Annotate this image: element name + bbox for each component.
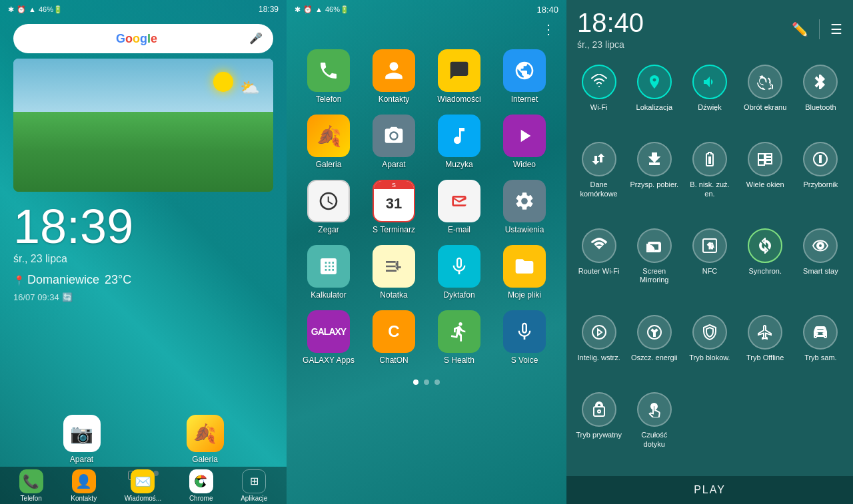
- app-email[interactable]: E-mail: [428, 176, 490, 238]
- lock-app-gallery[interactable]: 🍂 Galeria: [187, 415, 224, 464]
- qs-header: 18:40 śr., 23 lipca ✏️ ☰: [566, 0, 853, 53]
- qs-toolbox-icon: [803, 142, 838, 176]
- qs-smart-stay-label: Smart stay: [803, 267, 838, 276]
- internet-icon: [503, 49, 546, 92]
- app-wiadomosci[interactable]: Wiadomości: [428, 45, 490, 108]
- more-options-button[interactable]: ⋮: [287, 19, 566, 40]
- qs-smart-stay[interactable]: Smart stay: [794, 222, 848, 307]
- qs-list-icon[interactable]: ☰: [830, 21, 842, 37]
- qs-sound[interactable]: Dźwięk: [682, 58, 736, 134]
- apps-grid: Telefon Kontakty Wiadomości Internet 🍂 G…: [287, 40, 566, 374]
- app-ustawienia[interactable]: Ustawienia: [493, 176, 556, 238]
- app-telefon[interactable]: Telefon: [297, 45, 360, 108]
- lock-clock-time: 18:39: [13, 202, 273, 250]
- apps-taskbar-icon: ⊞: [242, 469, 266, 493]
- apps-dot-2[interactable]: [424, 379, 429, 385]
- qs-smart-pause[interactable]: Intelig. wstrz.: [572, 308, 626, 384]
- app-s-voice[interactable]: S Voice: [493, 306, 556, 369]
- qs-sync[interactable]: Synchron.: [738, 222, 792, 307]
- qs-offline-label: Tryb Offline: [746, 354, 784, 362]
- qs-play-bar[interactable]: PLAY: [566, 476, 853, 504]
- qs-toolbox[interactable]: Przybornik: [794, 135, 848, 220]
- lock-clock-date: śr., 23 lipca: [13, 253, 273, 265]
- qs-header-icons: ✏️ ☰: [792, 19, 842, 39]
- app-dyktafon[interactable]: Dyktafon: [428, 241, 490, 304]
- qs-power-save[interactable]: Oszcz. energii: [627, 308, 681, 384]
- qs-multi-window[interactable]: Wiele okien: [738, 135, 792, 220]
- app-wideo[interactable]: Wideo: [493, 111, 556, 173]
- qs-multi-window-label: Wiele okien: [746, 180, 784, 189]
- qs-location[interactable]: Lokalizacja: [627, 58, 681, 134]
- app-muzyka[interactable]: Muzyka: [428, 111, 490, 173]
- taskbar-apps[interactable]: ⊞ Aplikacje: [241, 469, 267, 502]
- qs-smart-pause-icon: [582, 315, 616, 350]
- qs-private[interactable]: Tryb prywatny: [572, 385, 626, 471]
- taskbar-chrome[interactable]: Chrome: [189, 469, 213, 502]
- qs-bluetooth-icon: [803, 65, 838, 99]
- internet-label: Internet: [511, 95, 538, 104]
- taskbar-contacts[interactable]: 👤 Kontakty: [71, 469, 97, 502]
- galaxy-apps-label: GALAXY Apps: [303, 356, 355, 365]
- lock-taskbar: 📞 Telefon 👤 Kontakty ✉️ Wiadomoś...: [0, 467, 287, 504]
- qs-driving-label: Tryb sam.: [804, 354, 837, 362]
- qs-offline[interactable]: Tryb Offline: [738, 308, 792, 384]
- qs-mobile-data[interactable]: Dane komórkowe: [572, 135, 626, 220]
- taskbar-phone[interactable]: 📞 Telefon: [19, 469, 43, 502]
- app-galaxy-apps[interactable]: GALAXY GALAXY Apps: [297, 306, 360, 369]
- app-internet[interactable]: Internet: [493, 45, 556, 108]
- apps-battery: 46%🔋: [325, 5, 349, 14]
- galaxy-apps-icon: GALAXY: [307, 310, 350, 353]
- app-aparat[interactable]: Aparat: [363, 111, 425, 173]
- apps-status-time: 18:40: [536, 5, 558, 15]
- chaton-label: ChatON: [379, 356, 408, 365]
- taskbar-messages[interactable]: ✉️ Wiadomoś...: [125, 469, 162, 502]
- kalkulator-icon: [307, 245, 350, 288]
- qs-screen-mirror[interactable]: Screen Mirroring: [627, 222, 681, 307]
- qs-screen-mirror-label: Screen Mirroring: [630, 267, 678, 284]
- qs-sound-label: Dźwięk: [698, 103, 721, 112]
- qs-nfc[interactable]: NFC: [682, 222, 736, 307]
- google-search-bar[interactable]: Google 🎤: [13, 24, 273, 53]
- camera-label: Aparat: [70, 455, 93, 464]
- signal-icon: ▲: [29, 5, 36, 13]
- qs-block-mode[interactable]: Tryb blokow.: [682, 308, 736, 384]
- app-s-health[interactable]: S Health: [428, 306, 490, 369]
- qs-battery-save[interactable]: B. nisk. zuż. en.: [682, 135, 736, 220]
- telefon-icon: [307, 49, 350, 92]
- app-terminarz[interactable]: S 31 S Terminarz: [363, 176, 425, 238]
- qs-touch-sensitivity[interactable]: Czułość dotyku: [627, 385, 681, 471]
- apps-dot-3[interactable]: [434, 379, 440, 385]
- chrome-taskbar-icon: [189, 469, 213, 493]
- app-zegar[interactable]: Zegar: [297, 176, 360, 238]
- aparat-label: Aparat: [382, 160, 405, 169]
- qs-rotate-label: Obrót ekranu: [744, 103, 786, 112]
- qs-router[interactable]: Router Wi-Fi: [572, 222, 626, 307]
- apps-dot-1[interactable]: [413, 379, 419, 385]
- qs-sound-icon: [692, 65, 727, 99]
- muzyka-icon: [438, 115, 480, 157]
- app-galeria[interactable]: 🍂 Galeria: [297, 111, 360, 173]
- kontakty-icon: [373, 49, 415, 92]
- lock-app-camera[interactable]: 📷 Aparat: [63, 415, 101, 464]
- qs-grid: Wi-Fi Lokalizacja Dźwięk Obrót ekranu Bl…: [566, 53, 853, 476]
- app-kalkulator[interactable]: Kalkulator: [297, 241, 360, 304]
- qs-bluetooth-label: Bluetooth: [805, 103, 836, 112]
- app-kontakty[interactable]: Kontakty: [363, 45, 425, 108]
- qs-mobile-data-icon: [582, 142, 616, 176]
- app-notatka[interactable]: Notatka: [363, 241, 425, 304]
- qs-router-label: Router Wi-Fi: [578, 267, 620, 276]
- wiadomosci-label: Wiadomości: [437, 95, 480, 104]
- mic-icon[interactable]: 🎤: [249, 32, 263, 45]
- app-moje-pliki[interactable]: Moje pliki: [493, 241, 556, 304]
- app-chaton[interactable]: C ChatON: [363, 306, 425, 369]
- qs-edit-icon[interactable]: ✏️: [792, 21, 808, 37]
- qs-bluetooth[interactable]: Bluetooth: [794, 58, 848, 134]
- chrome-taskbar-label: Chrome: [189, 495, 213, 502]
- qs-download[interactable]: Przysp. pobier.: [627, 135, 681, 220]
- shealth-icon: [438, 310, 480, 353]
- qs-empty-1: [682, 385, 736, 471]
- qs-wifi[interactable]: Wi-Fi: [572, 58, 626, 134]
- app-drawer: ✱ ⏰ ▲ 46%🔋 18:40 ⋮ Telefon Kontakty: [287, 0, 566, 504]
- qs-driving[interactable]: Tryb sam.: [794, 308, 848, 384]
- qs-rotate[interactable]: Obrót ekranu: [738, 58, 792, 134]
